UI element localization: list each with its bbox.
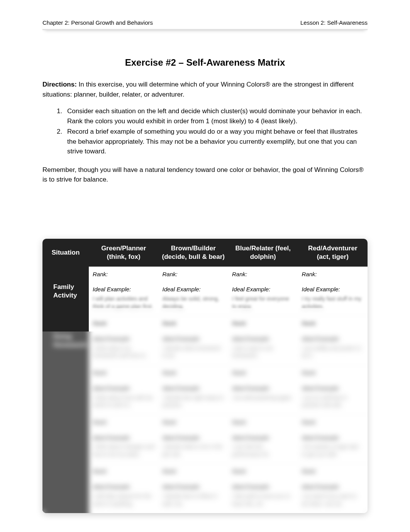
matrix-cell[interactable]: Rank: Ideal Example: I decide fast to fo…	[159, 464, 229, 513]
matrix-cell[interactable]: Rank: Ideal Example: I do well practicin…	[228, 365, 298, 415]
list-item: Consider each situation on the left and …	[64, 106, 368, 126]
matrix-cell[interactable]: Rank: Ideal Example: I act swiftly and p…	[298, 316, 368, 365]
ideal-example-label: Ideal Example:	[163, 433, 225, 442]
ideal-example-label: Ideal Example:	[93, 384, 155, 393]
cell-body-blurred: I will plan activities and think of a ga…	[93, 295, 155, 310]
rank-label: Rank:	[93, 271, 108, 277]
cell-body-blurred: I feel well to have you to have this, eh…	[232, 493, 294, 508]
ideal-example-label: Ideal Example:	[93, 433, 155, 442]
ideal-example-label: Ideal Example:	[232, 433, 294, 442]
matrix-cell[interactable]: Rank: Ideal Example: I think about chang…	[89, 415, 159, 464]
ideal-example-label: Ideal Example:	[163, 285, 225, 294]
ideal-example-label: Ideal Example:	[93, 335, 155, 343]
rank-label: Rank:	[93, 468, 108, 474]
matrix-table: Situation Green/Planner (think, fox) Bro…	[42, 239, 368, 513]
rank-label: Rank:	[302, 271, 317, 277]
col-header-green: Green/Planner (think, fox)	[89, 239, 159, 267]
matrix-cell[interactable]: Rank: Ideal Example: I can feel the perf…	[228, 415, 298, 464]
table-row: Family Activity Rank: Ideal Example: I w…	[42, 267, 368, 316]
ideal-example-label: Ideal Example:	[232, 335, 294, 343]
directions-text: In this exercise, you will determine whi…	[42, 81, 354, 98]
matrix-cell[interactable]: Rank: Ideal Example: Always be solid, st…	[159, 267, 229, 316]
situation-cell-blurred	[42, 365, 89, 415]
ideal-example-label: Ideal Example:	[163, 335, 225, 343]
col-header-situation: Situation	[42, 239, 89, 267]
cell-body-blurred: I can feel the performance fit.	[232, 443, 294, 458]
rank-label: Rank:	[93, 320, 108, 326]
page-header: Chapter 2: Personal Growth and Behaviors…	[42, 19, 368, 30]
ideal-example-label: Ideal Example:	[93, 483, 155, 491]
cell-body-blurred: I decide what to do in the job role.	[163, 443, 225, 458]
directions-label: Directions:	[42, 81, 77, 88]
rank-label: Rank:	[232, 468, 247, 474]
ideal-example-label: Ideal Example:	[302, 285, 364, 294]
ideal-example-label: Ideal Example:	[232, 285, 294, 294]
col-header-blue: Blue/Relater (feel, dolphin)	[228, 239, 298, 267]
cell-body-blurred: Always be solid, strong, deciding.	[163, 295, 225, 310]
cell-body-blurred: I think about how well we need to work t…	[93, 394, 155, 409]
ideal-example-label: Ideal Example:	[163, 483, 225, 491]
cell-body-blurred: I act on stuff fast in practice and ask.	[302, 394, 364, 409]
matrix-cell[interactable]: Rank: Ideal Example: I decide what homew…	[159, 316, 229, 365]
situation-cell: Doing Homework	[42, 316, 89, 365]
cell-body-blurred: I think about my homework and how to.	[93, 345, 155, 360]
header-lesson: Lesson 2: Self-Awareness	[300, 19, 368, 26]
cell-body-blurred: I do well practicing again.	[232, 394, 294, 402]
ideal-example-label: Ideal Example:	[93, 285, 155, 294]
col-header-red: Red/Adventurer (act, tiger)	[298, 239, 368, 267]
col-header-brown: Brown/Builder (decide, bull & bear)	[159, 239, 229, 267]
rank-label: Rank:	[302, 468, 317, 474]
rank-label: Rank:	[163, 468, 178, 474]
rank-label: Rank:	[302, 369, 317, 376]
rank-label: Rank:	[163, 320, 178, 326]
cell-body-blurred: I try really fast stuff in my activities…	[302, 295, 364, 310]
table-row: Rank: Ideal Example: I will help request…	[42, 464, 368, 513]
matrix-cell[interactable]: Rank: Ideal Example: I don't want to do …	[228, 316, 298, 365]
rank-label: Rank:	[163, 369, 178, 376]
directions-paragraph: Directions: In this exercise, you will d…	[42, 80, 368, 99]
cell-body-blurred: I do exactly a huge task to get you with…	[302, 443, 364, 458]
cell-body-blurred: I decide fast right away to practice.	[163, 394, 225, 409]
matrix-cell[interactable]: Rank: Ideal Example: I will plan activit…	[89, 267, 159, 316]
ideal-example-label: Ideal Example:	[232, 384, 294, 393]
directions-list: Consider each situation on the left and …	[64, 106, 368, 156]
cell-body-blurred: I will help request for the work in anyt…	[93, 493, 155, 508]
cell-body-blurred: I decide what homework to do.	[163, 345, 225, 360]
rank-label: Rank:	[232, 419, 247, 425]
ideal-example-label: Ideal Example:	[302, 384, 364, 393]
matrix-cell[interactable]: Rank: Ideal Example: I act on stuff fast…	[298, 365, 368, 415]
matrix-cell[interactable]: Rank: Ideal Example: I will help request…	[89, 464, 159, 513]
cell-body-blurred: I decide fast to follow it well, too.	[163, 493, 225, 508]
matrix-cell[interactable]: Rank: Ideal Example: I try really fast s…	[298, 267, 368, 316]
ideal-example-label: Ideal Example:	[302, 335, 364, 343]
remember-paragraph: Remember, though you will have a natural…	[42, 165, 368, 185]
matrix-cell[interactable]: Rank: Ideal Example: I try hard if you w…	[298, 464, 368, 513]
matrix-cell[interactable]: Rank: Ideal Example: I decide fast right…	[159, 365, 229, 415]
matrix-table-wrap: Situation Green/Planner (think, fox) Bro…	[42, 239, 368, 513]
ideal-example-label: Ideal Example:	[163, 384, 225, 393]
ideal-example-label: Ideal Example:	[232, 483, 294, 491]
table-row: Doing Homework Rank: Ideal Example: I th…	[42, 316, 368, 365]
rank-label: Rank:	[302, 320, 317, 326]
situation-cell-blurred	[42, 464, 89, 513]
list-item: Record a brief example of something you …	[64, 127, 368, 156]
matrix-cell[interactable]: Rank: Ideal Example: I feel great for ev…	[228, 267, 298, 316]
table-row: Rank: Ideal Example: I think about chang…	[42, 415, 368, 464]
cell-body-blurred: I feel great for everyone to enjoy.	[232, 295, 294, 310]
matrix-cell[interactable]: Rank: Ideal Example: I decide what to do…	[159, 415, 229, 464]
ideal-example-label: Ideal Example:	[302, 433, 364, 442]
rank-label: Rank:	[93, 369, 108, 376]
table-row: Rank: Ideal Example: I think about how w…	[42, 365, 368, 415]
header-chapter: Chapter 2: Personal Growth and Behaviors	[42, 19, 153, 26]
cell-body-blurred: I think about changes and how to do my t…	[93, 443, 155, 458]
cell-body-blurred: I act swiftly and power to do it.	[302, 345, 364, 360]
matrix-cell[interactable]: Rank: Ideal Example: I think about my ho…	[89, 316, 159, 365]
matrix-cell[interactable]: Rank: Ideal Example: I think about how w…	[89, 365, 159, 415]
situation-cell: Family Activity	[42, 267, 89, 316]
matrix-cell[interactable]: Rank: Ideal Example: I feel well to have…	[228, 464, 298, 513]
rank-label: Rank:	[163, 419, 178, 425]
rank-label: Rank:	[302, 419, 317, 425]
situation-cell-blurred	[42, 415, 89, 464]
matrix-cell[interactable]: Rank: Ideal Example: I do exactly a huge…	[298, 415, 368, 464]
rank-label: Rank:	[232, 271, 247, 277]
